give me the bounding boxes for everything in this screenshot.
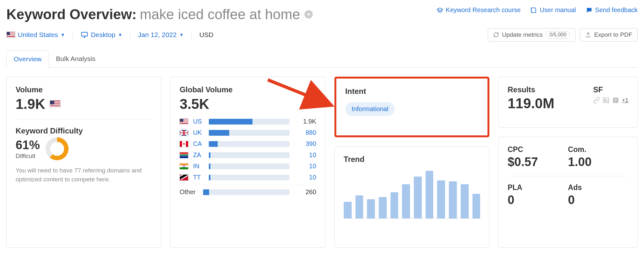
country-code: UK [193,129,204,136]
pla-label: PLA [508,183,568,192]
flag-icon [179,174,188,181]
us-flag-icon [50,100,61,108]
flag-icon [179,130,188,136]
ads-label: Ads [568,183,628,192]
question-icon: ? [612,97,619,104]
tab-overview[interactable]: Overview [6,50,49,68]
export-pdf-button[interactable]: Export to PDF [580,28,638,42]
trend-bar [449,181,457,218]
graduation-icon [436,7,443,14]
volume-kd-card: Volume 1.9K Keyword Difficulty 61% Diffi… [6,77,161,248]
country-code: TT [193,174,204,181]
trend-bar [461,184,469,218]
trend-bar-chart [344,171,480,219]
flag-icon [179,141,188,147]
country-volume: 880 [294,129,316,136]
volume-bar [209,175,289,180]
global-volume-row[interactable]: IN10 [179,163,316,170]
other-label: Other [179,188,199,196]
volume-bar [209,119,289,125]
refresh-icon [493,32,499,38]
results-card: Results 119.0M SF ? +1 [498,77,638,128]
chevron-down-icon: ▼ [118,32,122,37]
book-icon [530,7,537,14]
global-volume-row[interactable]: TT10 [179,174,316,181]
user-manual-link[interactable]: User manual [530,6,576,14]
metrics-card: CPC $0.57 Com. 1.00 PLA 0 Ads 0 [498,137,638,248]
volume-bar [209,152,289,158]
global-volume-row[interactable]: ZA10 [179,151,316,159]
kd-donut-chart [46,137,69,160]
cpc-label: CPC [508,145,568,154]
flag-icon [179,118,188,125]
separator [73,31,73,39]
volume-label: Volume [16,85,152,94]
trend-bar [426,171,434,218]
separator [191,31,192,39]
intent-badge[interactable]: Informational [345,102,395,116]
page-title-block: Keyword Overview: make iced coffee at ho… [6,6,313,22]
global-volume-row[interactable]: UK880 [179,129,316,136]
com-value: 1.00 [568,155,628,169]
export-icon [585,32,591,38]
tab-bulk-analysis[interactable]: Bulk Analysis [49,50,103,67]
update-quota-pill: 0/5,000 [546,31,570,39]
trend-bar [437,180,445,218]
page-title: Keyword Overview: [6,6,136,22]
update-metrics-button[interactable]: Update metrics 0/5,000 [488,28,575,42]
date-filter[interactable]: Jan 12, 2022 ▼ [138,31,184,39]
volume-value: 1.9K [16,96,45,112]
country-volume: 390 [294,140,316,148]
flag-icon [179,152,188,158]
results-label: Results [508,85,554,94]
volume-bar [209,163,289,169]
country-volume: 1.9K [294,118,316,125]
kd-percent: 61% [16,138,40,152]
divider [508,176,628,176]
sf-label: SF [593,85,628,94]
trend-bar [391,192,399,218]
sf-more-link[interactable]: +1 [622,97,628,104]
results-value: 119.0M [508,95,554,111]
tabs: Overview Bulk Analysis [6,50,638,68]
chevron-down-icon: ▼ [61,32,65,37]
svg-rect-0 [82,32,87,36]
country-code: CA [193,140,204,148]
chat-icon [586,7,593,14]
divider [16,119,152,119]
country-code: ZA [193,151,204,159]
country-filter[interactable]: United States ▼ [6,31,65,39]
keyword-text: make iced coffee at home [140,6,300,22]
intent-card: Intent Informational [334,77,489,137]
link-icon [593,97,600,104]
global-volume-other-row: Other260 [179,188,316,196]
other-volume: 260 [294,188,316,196]
keyword-research-course-link[interactable]: Keyword Research course [436,6,521,14]
kd-level: Difficult [16,153,40,160]
global-volume-row[interactable]: CA390 [179,140,316,148]
chevron-down-icon: ▼ [179,32,184,37]
add-keyword-icon[interactable]: + [304,10,313,19]
country-code: IN [193,163,204,170]
trend-label: Trend [344,155,480,164]
global-volume-value: 3.5K [179,96,209,112]
kd-label: Keyword Difficulty [16,126,152,135]
global-volume-row[interactable]: US1.9K [179,118,316,125]
trend-bar [367,199,375,218]
global-volume-label: Global Volume [179,85,316,94]
trend-card: Trend [334,146,489,248]
country-volume: 10 [294,163,316,170]
currency-label: USD [199,31,213,39]
country-code: US [193,118,204,125]
volume-bar [209,141,289,147]
cpc-value: $0.57 [508,155,568,169]
desktop-icon [81,31,88,39]
intent-label: Intent [345,87,479,96]
flag-icon [179,163,188,170]
trend-bar [472,194,480,218]
volume-bar [203,189,289,195]
device-filter[interactable]: Desktop ▼ [81,31,122,39]
send-feedback-link[interactable]: Send feedback [586,6,638,14]
us-flag-icon [6,32,15,38]
trend-bar [344,202,352,218]
